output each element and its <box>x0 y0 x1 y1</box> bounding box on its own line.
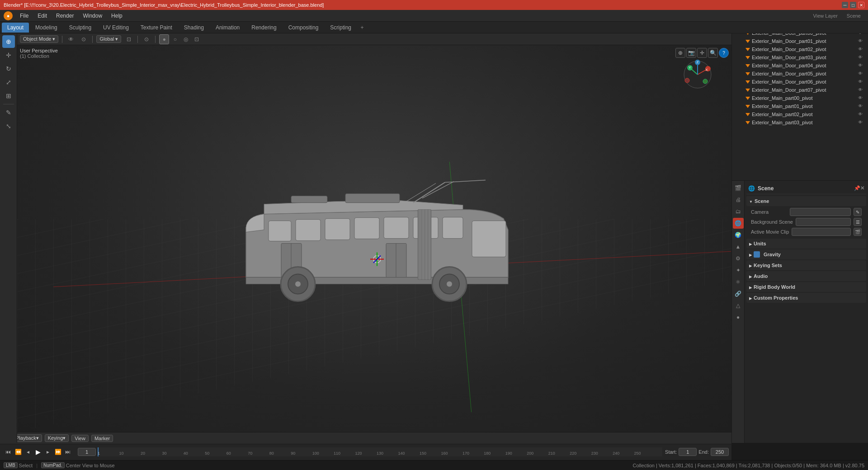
eye-icon-6[interactable]: 👁 <box>857 79 863 85</box>
eye-icon-11[interactable]: 👁 <box>857 119 863 126</box>
custom-props-section-header[interactable]: Custom Properties <box>746 293 866 303</box>
overlay-button[interactable]: ⊙ <box>79 34 89 44</box>
shading-rendered-button[interactable]: ◎ <box>181 34 191 44</box>
jump-start-button[interactable]: ⏮ <box>4 447 13 456</box>
eye-icon-10[interactable]: 👁 <box>857 111 863 118</box>
tab-scripting[interactable]: Scripting <box>325 23 357 33</box>
menu-edit[interactable]: Edit <box>34 12 51 20</box>
transform-tool-button[interactable]: ⊞ <box>2 89 15 102</box>
play-button[interactable]: ▶ <box>33 447 42 456</box>
prop-tab-view-layer[interactable]: 🗂 <box>733 206 744 217</box>
tab-shading[interactable]: Shading <box>179 23 209 33</box>
outliner-item-10[interactable]: Exterior_Main_part02_pivot 👁 <box>733 110 867 118</box>
background-scene-value[interactable] <box>796 218 851 226</box>
eye-icon-1[interactable]: 👁 <box>857 38 863 44</box>
move-tool-button[interactable]: ✛ <box>2 49 15 61</box>
movie-clip-value[interactable] <box>792 228 851 236</box>
snap-button[interactable]: ⊡ <box>124 34 134 44</box>
prop-tab-object[interactable]: ▲ <box>733 241 744 252</box>
outliner-item-9[interactable]: Exterior_Main_part01_pivot 👁 <box>733 102 867 110</box>
keying-sets-section-header[interactable]: Keying Sets <box>746 260 866 270</box>
tab-rendering[interactable]: Rendering <box>246 23 282 33</box>
keying-dropdown[interactable]: Keying▾ <box>45 434 69 442</box>
jump-end-button[interactable]: ⏭ <box>63 447 72 456</box>
eye-icon-2[interactable]: 👁 <box>857 46 863 52</box>
prev-keyframe-button[interactable]: ⏪ <box>14 447 23 456</box>
marker-dropdown[interactable]: Marker <box>91 435 113 442</box>
audio-section-header[interactable]: Audio <box>746 271 866 281</box>
main-viewport[interactable]: User Perspective (1) Collection <box>17 45 731 432</box>
minimize-button[interactable]: ─ <box>842 2 848 8</box>
prop-tab-data[interactable]: △ <box>733 300 744 311</box>
step-back-button[interactable]: ◂ <box>24 447 33 456</box>
properties-close-btn[interactable]: ✕ <box>860 185 864 191</box>
scene-section-header[interactable]: Scene <box>746 196 866 206</box>
prop-tab-render[interactable]: 🎬 <box>733 183 744 193</box>
tab-compositing[interactable]: Compositing <box>283 23 324 33</box>
prop-tab-material[interactable]: ● <box>733 312 744 323</box>
cursor-tool-button[interactable]: ⊕ <box>2 35 15 48</box>
outliner-item-4[interactable]: Exterior_Main_Door_part04_pivot 👁 <box>733 61 867 70</box>
proportional-edit-button[interactable]: ⊙ <box>142 34 151 44</box>
menu-render[interactable]: Render <box>52 12 77 20</box>
menu-help[interactable]: Help <box>108 12 126 20</box>
prop-tab-physics[interactable]: ⚛ <box>733 277 744 287</box>
maximize-button[interactable]: □ <box>850 2 856 8</box>
outliner-item-11[interactable]: Exterior_Main_part03_pivot 👁 <box>733 118 867 127</box>
annotate-tool-button[interactable]: ✎ <box>2 106 15 119</box>
object-mode-dropdown[interactable]: Object Mode ▾ <box>20 35 58 43</box>
eye-icon-7[interactable]: 👁 <box>857 87 863 93</box>
measure-tool-button[interactable]: ⤡ <box>2 120 15 132</box>
properties-pin-btn[interactable]: 📌 <box>854 185 860 191</box>
viewport-camera-button[interactable]: 📷 <box>686 48 696 58</box>
gravity-section-header[interactable]: Gravity <box>746 249 866 259</box>
eye-icon-4[interactable]: 👁 <box>857 62 863 69</box>
units-section-header[interactable]: Units <box>746 239 866 249</box>
step-forward-button[interactable]: ▸ <box>43 447 52 456</box>
timeline-ruler[interactable]: 1 10 20 30 40 50 60 70 80 90 100 110 120… <box>98 447 662 456</box>
shading-material-button[interactable]: ○ <box>170 34 180 44</box>
timeline-view-dropdown[interactable]: View <box>71 435 89 442</box>
outliner-item-8[interactable]: Exterior_Main_part00_pivot 👁 <box>733 94 867 102</box>
viewport-move-button[interactable]: ✛ <box>697 48 707 58</box>
prop-tab-output[interactable]: 🖨 <box>733 194 744 205</box>
menu-window[interactable]: Window <box>79 12 106 20</box>
tab-animation[interactable]: Animation <box>210 23 245 33</box>
viewport-info-button[interactable]: ? <box>719 48 729 58</box>
next-keyframe-button[interactable]: ⏩ <box>53 447 62 456</box>
start-frame-input[interactable]: 1 <box>679 448 697 456</box>
outliner-item-2[interactable]: Exterior_Main_Door_part02_pivot 👁 <box>733 45 867 53</box>
current-frame-input[interactable]: 1 <box>78 448 96 456</box>
eye-icon-8[interactable]: 👁 <box>857 95 863 101</box>
prop-tab-particles[interactable]: ✦ <box>733 265 744 276</box>
tab-sculpting[interactable]: Sculpting <box>64 23 97 33</box>
global-transform-dropdown[interactable]: Global ▾ <box>96 35 121 43</box>
outliner-item-1[interactable]: Exterior_Main_Door_part01_pivot 👁 <box>733 37 867 45</box>
viewport-shading-button[interactable]: 👁 <box>66 34 76 44</box>
outliner-item-6[interactable]: Exterior_Main_Door_part06_pivot 👁 <box>733 78 867 86</box>
menu-file[interactable]: File <box>16 12 32 20</box>
camera-edit-btn[interactable]: ✎ <box>854 208 862 216</box>
tab-texture-paint[interactable]: Texture Paint <box>135 23 178 33</box>
add-workspace-button[interactable]: + <box>358 23 367 32</box>
end-frame-input[interactable]: 250 <box>711 448 729 456</box>
prop-tab-scene[interactable]: 🌐 <box>733 218 744 229</box>
prop-tab-modifiers[interactable]: ⚙ <box>733 253 744 264</box>
tab-modeling[interactable]: Modeling <box>30 23 63 33</box>
eye-icon-5[interactable]: 👁 <box>857 70 863 77</box>
prop-tab-constraints[interactable]: 🔗 <box>733 288 744 299</box>
eye-icon-3[interactable]: 👁 <box>857 54 863 61</box>
viewport-zoom-button[interactable]: 🔍 <box>708 48 718 58</box>
rigid-body-section-header[interactable]: Rigid Body World <box>746 282 866 292</box>
rotate-tool-button[interactable]: ↻ <box>2 62 15 75</box>
shading-wireframe-button[interactable]: ⊡ <box>192 34 202 44</box>
prop-tab-world[interactable]: 🌍 <box>733 230 744 240</box>
shading-solid-button[interactable]: ● <box>159 34 169 44</box>
camera-value[interactable] <box>790 208 851 216</box>
close-button[interactable]: ✕ <box>858 2 864 8</box>
background-scene-browse-btn[interactable]: ☰ <box>854 218 862 226</box>
scale-tool-button[interactable]: ⤢ <box>2 76 15 89</box>
tab-layout[interactable]: Layout <box>2 23 29 33</box>
outliner-item-5[interactable]: Exterior_Main_Door_part05_pivot 👁 <box>733 70 867 78</box>
outliner-item-7[interactable]: Exterior_Main_Door_part07_pivot 👁 <box>733 86 867 94</box>
